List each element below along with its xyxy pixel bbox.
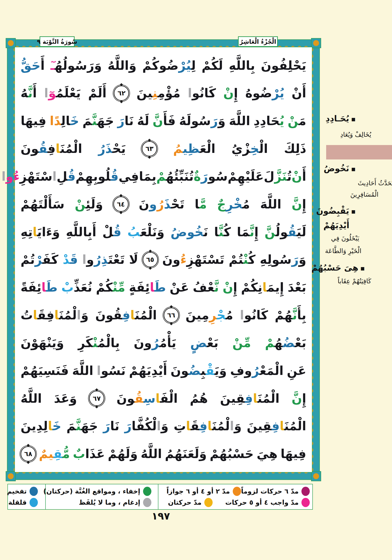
quran-word: مُؤْمِنِينَ [137, 86, 181, 100]
legend-item: مدّ واجب ٤ أو ٥ حركات [225, 498, 310, 507]
quran-word: هُمُ [190, 391, 208, 406]
ayah-marker: ٦٢ [114, 86, 129, 101]
legend-item: إدغام ، وما لا يُلفَظ [79, 498, 151, 507]
quran-word: مَنْ [288, 114, 306, 128]
madd-2-dot-icon [204, 498, 213, 507]
quran-word: إِنْ [223, 86, 238, 100]
quran-word: بَعْدَ [288, 280, 306, 294]
legend-item: مدّ ٦ حركات لزوماً [241, 487, 310, 496]
quran-line: ذَلِكَالْخِزْيُالْعَظِيمُ٦٣يَحْذَرُالْمُ… [20, 135, 306, 162]
quran-word: وَنَلْعَبُ [127, 225, 164, 239]
quran-word: مِّنْكُمْ [96, 280, 125, 294]
quran-word: بِأَنَّهُمْ [275, 308, 306, 322]
quran-word: لَا [129, 252, 138, 267]
quran-word: جَهَنَّمَ [67, 419, 98, 433]
legend-label: مدّ ٢ أو ٤ أو ٦ جوازاً [166, 487, 230, 495]
ayah-marker: ٦٨ [20, 446, 36, 461]
ayah-marker: ٦٥ [143, 252, 158, 267]
ikhfa-dot-icon [143, 487, 151, 496]
quran-word: أَبِاللَّهِ [66, 225, 96, 239]
quran-word: الْمُنَافِقِينَ [247, 419, 306, 433]
quran-word: لَكُمْ [202, 58, 223, 73]
quran-word: أَيْدِيَهُمْ [129, 364, 167, 378]
quran-line: فِيهَاهِيَحَسْبُهُمْوَلَعَنَهُمُاللَّهُو… [20, 440, 306, 468]
margin-note-meaning: الْخَيْرِ وَالطَّاعَة [325, 247, 361, 255]
quran-line: مَنْيُحَادِدِاللَّهَوَرَسُولَهُفَأَنَّلَ… [20, 107, 306, 135]
quran-word: قُلُوبِهِمْ [75, 169, 119, 183]
legend-item: تفخيم [7, 487, 38, 496]
quran-word: يُحَادِدِ [253, 114, 284, 128]
quran-word: اللَّهَ [229, 114, 250, 128]
legend-item: إخفاء ، ومواقع الغُنَّة (حركتان) [43, 487, 151, 496]
quran-word: يَعْلَمُوٓا [44, 86, 81, 100]
ayah-marker: ٦٣ [142, 141, 157, 156]
legend-label: إدغام ، وما لا يُلفَظ [79, 499, 140, 506]
quran-word: اللَّهُ [20, 391, 42, 406]
quran-word: إِنَّمَا [237, 225, 259, 239]
quran-word: أَحَقُّ [20, 58, 45, 73]
text-area: يَحْلِفُونَبِاللَّهِلَكُمْلِيُرْضُوكُمْو… [14, 47, 312, 472]
legend-row: إخفاء ، ومواقع الغُنَّة (حركتان) [48, 487, 151, 496]
margin-note-meaning: يَبْخَلُونَ فِي [331, 234, 359, 242]
quran-line: يَحْلِفُونَبِاللَّهِلَكُمْلِيُرْضُوكُمْو… [20, 52, 306, 79]
margin-highlight [326, 145, 392, 160]
quran-word: إِنَّ [291, 391, 306, 406]
quran-word: وَرَسُولِهِ [260, 252, 306, 267]
quran-word: فِيهَا [20, 114, 46, 128]
quran-line: أَنْيُرْضُوهُإِنْكَانُوامُؤْمِنِينَ٦٢أَل… [20, 80, 306, 107]
quran-word: وَلَعَنَهُمُ [165, 447, 207, 461]
quran-word: ذَلِكَ [284, 141, 306, 156]
legend-label: إخفاء ، ومواقع الغُنَّة (حركتان) [43, 487, 140, 495]
quran-word: بِمَا [139, 169, 156, 183]
idgham-dot-icon [143, 498, 151, 507]
quran-word: الْفَاسِقُونَ [117, 391, 178, 406]
quran-word: بَعْضُهُمْ [265, 336, 306, 350]
quran-word: تَسْتَهْزِءُونَ [162, 252, 224, 267]
quran-word: خَالِدًا [50, 114, 79, 128]
tajweed-legend: مدّ ٦ حركات لزوماً مدّ ٢ أو ٤ أو ٦ جوازا… [7, 484, 313, 510]
quran-line: عَنِالْمَعْرُوفِوَيَقْبِضُونَأَيْدِيَهُم… [20, 357, 306, 384]
quran-word: لِيُرْضُوكُمْ [142, 58, 196, 73]
quran-word: جَهَنَّمَ [82, 114, 114, 128]
quran-word: لَهُ [137, 114, 149, 128]
quran-lines: يَحْلِفُونَبِاللَّهِلَكُمْلِيُرْضُوكُمْو… [20, 52, 306, 468]
quran-word: مُّقِيمٌ [39, 447, 70, 461]
margin-note-meaning: نَتَحَدَّثُ أَحَادِيثَ [358, 179, 392, 187]
quran-word: يُرْضُوهُ [245, 86, 284, 100]
quran-word: وَيَنْهَوْنَ [20, 336, 64, 350]
quran-line: لَيَقُولُنَّإِنَّمَاكُنَّانَخُوضُوَنَلْع… [20, 218, 306, 246]
quran-word: وَلَهُمْ [108, 447, 138, 461]
quran-word: الْمُنَافِقِينَ [220, 391, 280, 406]
frame-border-right [312, 40, 319, 480]
frame-corner-ornament [6, 471, 16, 481]
frame-border-left [7, 40, 14, 480]
quran-word: فَنَسِيَهُمْ [20, 364, 69, 378]
note-keyword-text: نَخُوضُ [323, 164, 349, 173]
quran-word: تَحْذَرُونَ [139, 197, 184, 211]
quran-word: تُنَزَّلَ [264, 169, 291, 183]
legend-item: مدّ ٢ أو ٤ أو ٦ جوازاً [166, 487, 241, 496]
quran-word: تُنَبِّئُهُمْ [156, 169, 194, 183]
note-bullet-icon: ■ [361, 266, 365, 271]
quran-word: نَارَ [118, 114, 134, 128]
quran-word: بَعْضٍ [190, 336, 218, 350]
legend-row: مدّ ٦ حركات لزوماً مدّ ٢ أو ٤ أو ٦ جوازا… [168, 487, 310, 496]
madd-6-dot-icon [302, 487, 310, 496]
legend-label: مدّ حركتان [168, 499, 201, 506]
quran-word: الْعَظِيمُ [173, 141, 215, 156]
note-keyword-text: يُحَـادِدِ [325, 114, 349, 123]
frame-corner-ornament [311, 471, 321, 481]
note-bullet-icon: ■ [351, 117, 355, 122]
quran-word: عَنِ [287, 364, 306, 378]
quran-word: إِنَّ [291, 197, 306, 211]
quran-word: إِيمَانِكُمْ [241, 280, 284, 294]
quran-word: فَأَنَّ [152, 114, 176, 128]
quran-line: إِنَّالْمُنَافِقِينَهُمُالْفَاسِقُونَ٦٧و… [20, 385, 306, 412]
quran-word: مُجْرِمِينَ [185, 308, 233, 322]
quran-word: يَحْذَرُ [98, 141, 126, 156]
quran-word: نَارَ [103, 419, 119, 433]
legend-row: قلقلة [9, 498, 38, 507]
quran-word: قُلْ [102, 225, 121, 239]
legend-label: مدّ واجب ٤ أو ٥ حركات [225, 499, 299, 506]
quran-line: إِنَّاللَّهَمُخْرِجٌمَّاتَحْذَرُونَ٦٤وَل… [20, 190, 306, 218]
